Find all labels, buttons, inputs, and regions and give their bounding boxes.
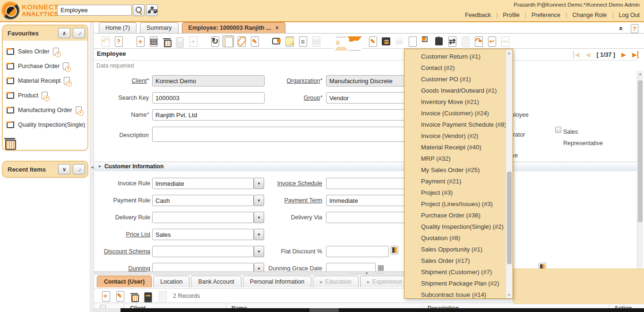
window-tab[interactable]: Employee: 1000003 Ranjith ... × [182, 22, 285, 33]
invoice-rule-dropdown-icon[interactable]: ▼ [254, 178, 264, 189]
dropdown-item[interactable]: Project (#3) [404, 187, 505, 199]
archive-icon[interactable] [380, 35, 392, 47]
window-tab[interactable]: Home (7) [99, 22, 137, 33]
csv-import-icon[interactable] [499, 35, 511, 47]
export-file-icon[interactable] [486, 35, 498, 47]
dropdown-item[interactable]: Invoice (Vendor) (#2) [404, 130, 505, 142]
print-icon[interactable] [394, 35, 405, 47]
workflow-icon[interactable] [420, 35, 431, 47]
delete-record2-icon[interactable] [129, 290, 139, 302]
process-icon[interactable] [460, 35, 471, 47]
invoice-rule-field[interactable] [152, 178, 254, 189]
post-it-icon[interactable] [284, 35, 295, 47]
sidebar-splitter[interactable]: ◀ ⋮ [90, 22, 94, 312]
new-record-icon[interactable] [64, 77, 70, 85]
new-record-icon[interactable] [63, 62, 69, 70]
name-field[interactable] [152, 109, 417, 121]
client-field[interactable] [152, 75, 265, 87]
favourite-item[interactable]: Quality Inspection(Single) [7, 117, 86, 132]
dropdown-item[interactable]: Project (Lines/Issues) (#3) [404, 199, 505, 210]
calculator-icon[interactable] [391, 246, 398, 254]
expand-panel-icon[interactable]: ↔ [73, 28, 85, 38]
first-record-icon[interactable]: ◀ [573, 51, 579, 59]
dropdown-item[interactable]: Invoice Payment Schedule (#8) [404, 119, 505, 130]
copy-record-icon[interactable] [148, 35, 159, 47]
dropdown-item[interactable]: Quotation (#8) [404, 233, 505, 244]
dropdown-item[interactable]: Material Receipt (#40) [404, 142, 505, 153]
new-record-icon[interactable] [42, 92, 48, 99]
scrollbar-thumb[interactable] [507, 172, 512, 264]
window-tab[interactable]: Summary [140, 22, 178, 33]
edit-record-icon[interactable] [114, 290, 125, 302]
dropdown-item[interactable]: Invoice (Customer) (#24) [404, 108, 505, 119]
save-record-icon[interactable] [143, 290, 153, 302]
scroll-up-icon[interactable]: ▲ [506, 51, 512, 55]
undo-icon[interactable] [100, 35, 111, 47]
process-icon[interactable] [157, 290, 167, 302]
next-record-icon[interactable]: ▶ [621, 51, 626, 59]
dropdown-item[interactable]: Subcontract Issue (#14) [404, 289, 505, 299]
delete-record-icon[interactable] [161, 35, 172, 47]
dropdown-item[interactable]: MRP (#32) [404, 153, 505, 165]
close-tab-icon[interactable]: × [275, 25, 279, 31]
price-list-dropdown-icon[interactable]: ▼ [254, 229, 264, 240]
scrollbar-thumb[interactable] [309, 308, 339, 312]
collapse-sidebar-icon[interactable]: ◀ [90, 163, 94, 172]
header-link[interactable]: Preference [520, 12, 560, 18]
delivery-rule-dropdown-icon[interactable]: ▼ [254, 212, 264, 223]
favourite-item[interactable]: Sales Order [7, 44, 86, 59]
description-field[interactable] [152, 127, 417, 142]
new-record-icon[interactable] [135, 35, 146, 47]
search-icon[interactable] [133, 4, 145, 16]
record-info-icon[interactable] [113, 35, 124, 47]
zoom-across-icon[interactable] [407, 35, 418, 47]
splitter-handle[interactable]: ⋮ [91, 174, 94, 177]
search-key-field[interactable] [152, 92, 265, 104]
flat-discount-field[interactable] [326, 246, 389, 257]
find-icon[interactable] [223, 35, 234, 47]
previous-record-icon[interactable]: ◀ [585, 51, 590, 59]
detail-tab[interactable]: ▶ Education [313, 276, 359, 287]
attachment-icon[interactable] [236, 35, 247, 47]
price-list-field[interactable] [152, 229, 254, 240]
discount-schema-field[interactable] [152, 246, 254, 257]
dropdown-item[interactable]: Customer Return (#1) [404, 51, 505, 62]
dropdown-item[interactable]: Shipment (Customer) (#7) [404, 267, 505, 278]
scroll-down-icon[interactable]: ▼ [506, 293, 512, 297]
dropdown-item[interactable]: Customer PO (#1) [404, 74, 505, 85]
header-link[interactable]: Profile [491, 12, 520, 18]
header-link[interactable]: Feedback [465, 12, 491, 18]
edit-note-icon[interactable] [367, 35, 378, 47]
dropdown-item[interactable]: My Sales Order (#25) [404, 165, 505, 176]
favourite-item[interactable]: Manufacturing Order [7, 103, 86, 117]
calendar-icon[interactable]: ▦ [378, 264, 384, 271]
expand-down-icon[interactable]: ∨ [58, 164, 70, 174]
scroll-up-icon[interactable]: ▲ [637, 72, 643, 76]
payment-rule-dropdown-icon[interactable]: ▼ [254, 195, 264, 206]
save-create-new-icon[interactable] [188, 35, 199, 47]
menu-tree-icon[interactable] [146, 4, 158, 16]
expand-panel-icon[interactable]: ↔ [73, 164, 85, 174]
detail-tab[interactable]: Personal Information [243, 276, 311, 287]
payment-rule-field[interactable] [152, 195, 254, 206]
discount-schema-dropdown-icon[interactable]: ▼ [254, 246, 264, 257]
dropdown-scrollbar[interactable]: ▲ ▼ [506, 50, 512, 299]
save-icon[interactable] [174, 35, 186, 47]
section-collapse-icon[interactable]: ▼ [98, 165, 102, 169]
parent-record-icon[interactable] [332, 35, 343, 47]
favourite-item[interactable]: Material Receipt [7, 73, 86, 88]
detail-tab[interactable]: Contact (User) [97, 276, 152, 287]
favourite-item[interactable]: Purchase Order [7, 59, 86, 73]
export-icon[interactable] [473, 35, 484, 47]
window-customize-icon[interactable] [310, 35, 322, 47]
sync-icon[interactable] [447, 35, 458, 47]
chat-icon[interactable] [271, 35, 282, 47]
new-record-icon[interactable] [53, 48, 59, 55]
report-icon[interactable] [297, 35, 309, 47]
dropdown-item[interactable]: Goods Inward/Outward (#1) [404, 85, 505, 96]
dropdown-item[interactable]: Inventory Move (#21) [404, 96, 505, 108]
scrollbar-thumb[interactable] [638, 80, 643, 222]
favourites-trash-icon[interactable] [4, 137, 16, 149]
new-record-icon[interactable] [76, 106, 82, 114]
dropdown-item[interactable]: Purchase Order (#36) [404, 210, 505, 221]
